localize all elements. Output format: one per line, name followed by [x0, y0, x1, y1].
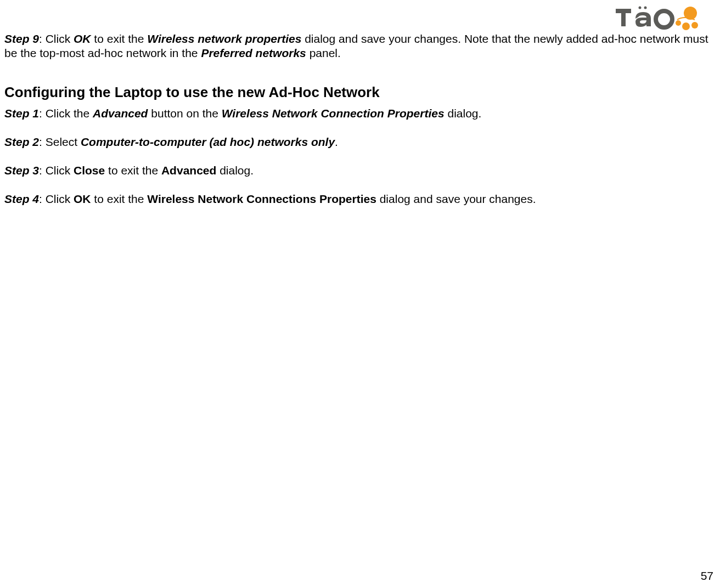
step-1-text-1: button on the — [148, 107, 221, 120]
step-9-dialog-name: Wireless network properties — [147, 32, 301, 45]
step-9-label: Step 9 — [4, 32, 39, 45]
step-3-close: Close — [74, 164, 105, 177]
step-9-panel-name: Preferred networks — [201, 47, 306, 59]
step-4-text-2: dialog and save your changes. — [376, 193, 536, 205]
step-9-ok: OK — [74, 32, 91, 45]
step-1-dialog-name: Wireless Network Connection Properties — [222, 107, 445, 120]
step-2-text-1: . — [335, 135, 338, 148]
step-4-paragraph: Step 4: Click OK to exit the Wireless Ne… — [4, 192, 716, 206]
step-3-label: Step 3 — [4, 164, 39, 177]
step-1-label: Step 1 — [4, 107, 39, 120]
step-9-text-1: to exit the — [91, 32, 148, 45]
step-4-text-0: : Click — [39, 193, 74, 205]
step-2-label: Step 2 — [4, 135, 39, 148]
step-3-text-0: : Click — [39, 164, 74, 177]
step-9-text-3: panel. — [306, 47, 341, 59]
step-3-dialog-name: Advanced — [161, 164, 216, 177]
step-4-label: Step 4 — [4, 193, 39, 205]
section-title: Configuring the Laptop to use the new Ad… — [4, 84, 716, 101]
step-2-paragraph: Step 2: Select Computer-to-computer (ad … — [4, 135, 716, 149]
step-9-text-0: : Click — [39, 32, 74, 45]
tao-logo — [612, 3, 705, 33]
step-9-paragraph: Step 9: Click OK to exit the Wireless ne… — [4, 32, 716, 61]
svg-point-6 — [691, 22, 698, 29]
step-3-text-1: to exit the — [105, 164, 161, 177]
step-2-text-0: : Select — [39, 135, 81, 148]
step-1-advanced: Advanced — [93, 107, 148, 120]
step-4-ok: OK — [74, 193, 91, 205]
step-1-text-2: dialog. — [445, 107, 482, 120]
step-4-text-1: to exit the — [91, 193, 148, 205]
step-3-text-2: dialog. — [216, 164, 254, 177]
svg-point-0 — [639, 7, 642, 9]
step-3-paragraph: Step 3: Click Close to exit the Advanced… — [4, 163, 716, 178]
svg-point-2 — [656, 11, 672, 27]
step-1-text-0: : Click the — [39, 107, 93, 120]
svg-point-4 — [676, 20, 681, 26]
page-number: 57 — [701, 569, 713, 583]
step-1-paragraph: Step 1: Click the Advanced button on the… — [4, 106, 716, 121]
svg-point-5 — [682, 22, 690, 30]
step-2-option: Computer-to-computer (ad hoc) networks o… — [81, 135, 335, 148]
step-4-dialog-name: Wireless Network Connections Properties — [147, 193, 376, 205]
svg-point-1 — [644, 7, 647, 9]
